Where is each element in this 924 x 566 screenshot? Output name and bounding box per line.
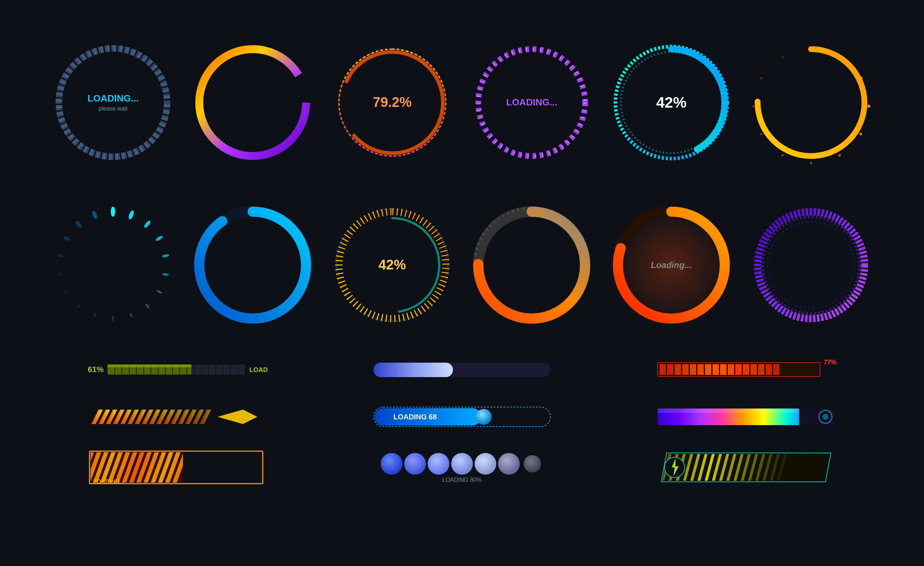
loader-c11-text: Loading... bbox=[651, 260, 692, 270]
bars-row-1: 61% LOADING... bbox=[44, 352, 880, 388]
svg-point-35 bbox=[93, 312, 96, 318]
svg-rect-85 bbox=[659, 364, 666, 375]
svg-rect-130 bbox=[658, 408, 799, 413]
bar-b5-svg: LOADING 68 bbox=[372, 404, 552, 429]
svg-point-33 bbox=[130, 312, 133, 318]
svg-point-41 bbox=[75, 220, 82, 228]
svg-rect-101 bbox=[781, 364, 787, 375]
svg-point-44 bbox=[199, 212, 306, 319]
loader-c9-percent: 42% bbox=[379, 257, 406, 273]
svg-point-25 bbox=[111, 206, 115, 217]
svg-point-36 bbox=[76, 303, 81, 309]
loader-c3-label: 79.2% bbox=[373, 95, 412, 110]
svg-rect-99 bbox=[765, 364, 772, 375]
svg-point-29 bbox=[162, 254, 170, 257]
svg-point-16 bbox=[860, 132, 862, 135]
svg-point-55 bbox=[758, 212, 864, 319]
svg-rect-136 bbox=[88, 447, 88, 487]
svg-rect-93 bbox=[720, 364, 727, 375]
loader-c10 bbox=[470, 204, 593, 327]
svg-point-27 bbox=[143, 220, 152, 229]
loader-c8-svg bbox=[191, 204, 314, 327]
loader-c2-svg bbox=[191, 41, 314, 164]
svg-point-37 bbox=[64, 289, 70, 294]
loader-c9-label: 42% bbox=[379, 257, 406, 273]
bar-b9-svg bbox=[656, 447, 836, 487]
svg-point-127 bbox=[476, 409, 492, 425]
bar-b2 bbox=[372, 359, 552, 381]
svg-rect-103 bbox=[796, 364, 802, 375]
loader-c11-label: Loading... bbox=[651, 260, 692, 270]
bar-b6-svg bbox=[656, 404, 836, 429]
svg-rect-87 bbox=[675, 364, 681, 375]
loader-c4-text: LOADING... bbox=[506, 97, 558, 108]
svg-point-158 bbox=[524, 455, 541, 473]
svg-text:LOADING 80%: LOADING 80% bbox=[442, 477, 482, 483]
bar-b2-svg bbox=[372, 359, 552, 381]
bar-b1-svg: 61% LOADING... bbox=[88, 359, 268, 381]
bar-b5: LOADING 68 bbox=[372, 404, 552, 429]
svg-rect-100 bbox=[773, 364, 780, 375]
bar-b4 bbox=[88, 404, 268, 429]
svg-point-30 bbox=[162, 272, 169, 276]
loader-c5-percent: 42% bbox=[656, 94, 687, 111]
svg-point-39 bbox=[57, 254, 64, 257]
circles-row-1: LOADING... please wait bbox=[44, 27, 880, 178]
svg-rect-88 bbox=[682, 364, 688, 375]
loader-c1: LOADING... please wait bbox=[52, 41, 174, 164]
loader-c12-svg bbox=[750, 204, 872, 327]
svg-text:LOADING 68: LOADING 68 bbox=[393, 413, 437, 421]
svg-rect-91 bbox=[705, 364, 711, 375]
svg-point-17 bbox=[838, 154, 841, 157]
svg-point-152 bbox=[381, 453, 402, 475]
bar-b3: 77% bbox=[656, 359, 836, 381]
loader-c6 bbox=[750, 41, 872, 164]
svg-rect-102 bbox=[788, 364, 795, 375]
loader-c10-svg bbox=[470, 204, 593, 327]
svg-point-42 bbox=[92, 210, 98, 219]
svg-point-24 bbox=[758, 49, 864, 156]
svg-point-156 bbox=[475, 453, 496, 475]
svg-text:77%: 77% bbox=[824, 359, 836, 366]
svg-point-28 bbox=[155, 235, 164, 242]
svg-rect-105 bbox=[811, 364, 818, 375]
loader-c6-svg bbox=[750, 41, 872, 164]
bar-b7: LOADING... bbox=[88, 447, 268, 487]
loader-c1-main-text: LOADING... bbox=[88, 93, 139, 104]
svg-rect-95 bbox=[735, 364, 742, 375]
svg-point-18 bbox=[810, 162, 812, 164]
loader-c9: 42% bbox=[331, 204, 454, 327]
svg-point-154 bbox=[428, 453, 449, 475]
svg-point-15 bbox=[867, 104, 870, 108]
svg-point-26 bbox=[128, 209, 135, 220]
bar-b8: LOADING 80% bbox=[372, 447, 552, 487]
bar-b7-svg: LOADING... bbox=[88, 447, 268, 487]
bar-b6 bbox=[656, 404, 836, 429]
loader-c3: 79.2% bbox=[331, 41, 454, 164]
loader-c8 bbox=[191, 204, 314, 327]
bar-b1: 61% LOADING... bbox=[88, 359, 268, 381]
main-container: LOADING... please wait bbox=[29, 12, 895, 554]
svg-rect-98 bbox=[758, 364, 765, 375]
svg-text:LOADING...: LOADING... bbox=[93, 479, 124, 485]
svg-rect-86 bbox=[667, 364, 674, 375]
svg-point-34 bbox=[112, 316, 114, 321]
loader-c5: 42% bbox=[610, 41, 733, 164]
svg-point-56 bbox=[762, 216, 860, 314]
loader-c1-sub-text: please wait bbox=[88, 105, 139, 112]
svg-text:LOADING...: LOADING... bbox=[249, 366, 268, 373]
loader-c1-label: LOADING... please wait bbox=[88, 93, 139, 112]
svg-rect-96 bbox=[743, 364, 749, 375]
svg-point-21 bbox=[752, 105, 754, 107]
svg-point-19 bbox=[782, 154, 784, 157]
svg-rect-92 bbox=[712, 364, 719, 375]
svg-point-153 bbox=[404, 453, 426, 475]
svg-rect-104 bbox=[804, 364, 810, 375]
svg-point-57 bbox=[768, 222, 854, 309]
svg-point-38 bbox=[57, 272, 63, 276]
svg-rect-164 bbox=[656, 447, 659, 487]
bar-b3-svg: 77% bbox=[656, 359, 836, 381]
loader-c11: Loading... bbox=[610, 204, 733, 327]
bar-b9 bbox=[656, 447, 836, 487]
loader-c7-svg bbox=[52, 204, 174, 327]
